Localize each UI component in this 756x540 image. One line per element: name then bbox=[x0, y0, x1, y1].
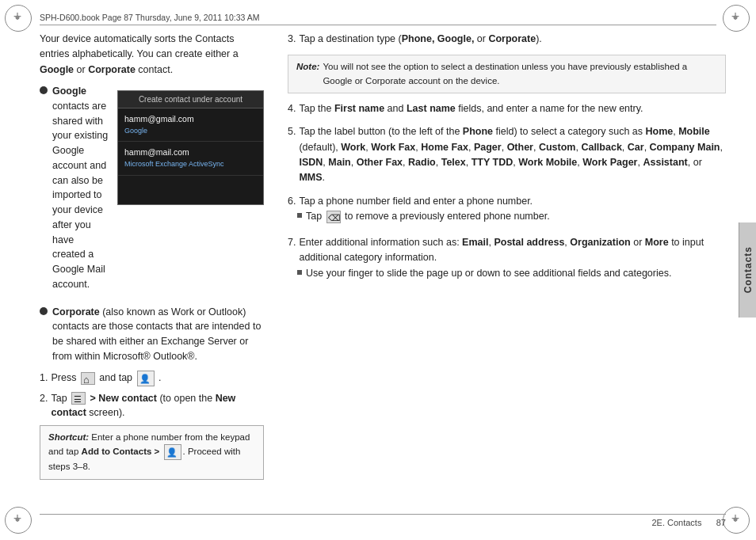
step-2: 2. Tap > New contact (to open the New co… bbox=[40, 391, 264, 421]
step-6: 6. Tap a phone number field and enter a … bbox=[288, 194, 726, 227]
corner-decoration-bl bbox=[5, 507, 33, 535]
bullet-google: Google contacts are shared with your exi… bbox=[40, 84, 109, 292]
corner-decoration-tl bbox=[5, 5, 33, 33]
step-1-text: Press and tap . bbox=[51, 371, 161, 386]
step-6-text: Tap a phone number field and enter a pho… bbox=[299, 194, 533, 209]
shortcut-box: Shortcut: Enter a phone number from the … bbox=[40, 425, 264, 480]
sub-bullet-marker-7 bbox=[297, 270, 302, 275]
menu-icon bbox=[71, 392, 86, 405]
note-text: You will not see the option to select a … bbox=[323, 60, 717, 88]
bullet-dot-google bbox=[40, 86, 48, 94]
contacts-tab-label: Contacts bbox=[743, 246, 754, 293]
step-3-num: 3. bbox=[288, 32, 296, 47]
step-6-num: 6. bbox=[288, 194, 296, 209]
header-text: SPH-D600.book Page 87 Thursday, June 9, … bbox=[40, 13, 259, 22]
footer-center: 2E. Contacts 87 bbox=[651, 518, 726, 527]
left-column: Your device automatically sorts the Cont… bbox=[40, 32, 273, 508]
add-to-contacts-text: Add to Contacts > bbox=[82, 447, 160, 456]
home-icon bbox=[81, 372, 95, 385]
shortcut-contacts-icon bbox=[164, 444, 181, 460]
screenshot-box: Create contact under account hamm@gmail.… bbox=[117, 90, 264, 205]
screenshot-item-2: hamm@mail.com Microsoft Exchange ActiveS… bbox=[118, 142, 263, 175]
bullet-google-text: Google contacts are shared with your exi… bbox=[52, 84, 109, 292]
step-2-num: 2. bbox=[40, 391, 48, 406]
header-line: SPH-D600.book Page 87 Thursday, June 9, … bbox=[40, 13, 716, 25]
step-5-num: 5. bbox=[288, 124, 296, 139]
screenshot-label-1: Google bbox=[124, 126, 257, 137]
note-box: Note: You will not see the option to sel… bbox=[288, 55, 726, 93]
step-4: 4. Tap the First name and Last name fiel… bbox=[288, 101, 726, 116]
bullet-corporate: Corporate (also known as Work or Outlook… bbox=[40, 305, 264, 364]
right-column: 3. Tap a destination type (Phone, Google… bbox=[273, 32, 726, 508]
step-2-text: Tap > New contact (to open the New conta… bbox=[51, 391, 264, 421]
contacts-icon bbox=[137, 371, 155, 386]
step-4-text: Tap the First name and Last name fields,… bbox=[299, 101, 643, 116]
screenshot-item-1: hamm@gmail.com Google bbox=[118, 108, 263, 142]
step-7: 7. Enter additional information such as:… bbox=[288, 235, 726, 284]
screenshot-email-1: hamm@gmail.com bbox=[124, 113, 257, 126]
google-bold: Google bbox=[40, 64, 74, 75]
step-6-sub-text: Tap to remove a previously entered phone… bbox=[306, 209, 550, 224]
footer-line: 2E. Contacts 87 bbox=[40, 514, 726, 527]
main-content: Your device automatically sorts the Cont… bbox=[40, 32, 726, 508]
step-7-num: 7. bbox=[288, 235, 296, 250]
step-4-num: 4. bbox=[288, 101, 296, 116]
shortcut-label: Shortcut: bbox=[48, 432, 89, 442]
corner-decoration-br bbox=[723, 507, 751, 535]
step-1: 1. Press and tap . bbox=[40, 371, 264, 386]
bullet-dot-corporate bbox=[40, 307, 48, 315]
step-6-sub: Tap to remove a previously entered phone… bbox=[297, 209, 550, 224]
intro-paragraph: Your device automatically sorts the Cont… bbox=[40, 32, 264, 78]
step-5: 5. Tap the label button (to the left of … bbox=[288, 124, 726, 186]
step-7-sub-text: Use your finger to slide the page up or … bbox=[306, 266, 671, 281]
contacts-tab: Contacts bbox=[739, 222, 756, 318]
note-label: Note: bbox=[296, 60, 319, 88]
backspace-icon bbox=[326, 211, 341, 223]
corner-decoration-tr bbox=[723, 5, 751, 33]
sub-bullet-marker-6 bbox=[297, 213, 302, 218]
step-3-text: Tap a destination type (Phone, Google, o… bbox=[299, 32, 541, 47]
step-7-text: Enter additional information such as: Em… bbox=[299, 235, 726, 266]
bullet-corporate-text: Corporate (also known as Work or Outlook… bbox=[52, 305, 264, 364]
screenshot-title: Create contact under account bbox=[118, 91, 263, 108]
step-3: 3. Tap a destination type (Phone, Google… bbox=[288, 32, 726, 47]
screenshot-email-2: hamm@mail.com bbox=[124, 146, 257, 159]
step-5-text: Tap the label button (to the left of the… bbox=[299, 124, 726, 186]
screenshot-label-2: Microsoft Exchange ActiveSync bbox=[124, 159, 257, 170]
corporate-bold: Corporate bbox=[88, 64, 136, 75]
step-1-num: 1. bbox=[40, 371, 48, 386]
step-7-sub: Use your finger to slide the page up or … bbox=[297, 266, 671, 281]
